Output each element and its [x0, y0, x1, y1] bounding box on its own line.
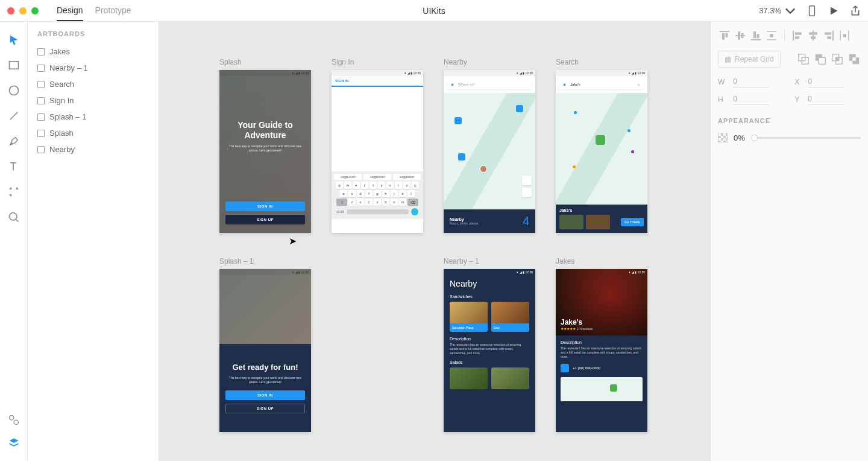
line-tool[interactable] — [8, 110, 20, 122]
play-icon[interactable] — [828, 5, 839, 16]
layers-icon[interactable] — [8, 437, 20, 449]
pin-icon: ◉ — [451, 82, 456, 87]
device-preview-icon[interactable] — [807, 5, 817, 16]
phone-icon — [561, 364, 569, 372]
svg-point-5 — [9, 213, 17, 221]
height-input[interactable] — [733, 94, 769, 105]
mini-map — [561, 377, 643, 401]
artboard-label: Jakes — [556, 257, 647, 265]
rectangle-tool[interactable] — [8, 59, 20, 71]
artboard-icon — [37, 48, 45, 56]
artboard-icon — [37, 65, 45, 72]
svg-line-6 — [16, 220, 18, 222]
distribute-h-icon[interactable] — [838, 29, 851, 42]
result-thumbnail — [586, 215, 610, 229]
svg-rect-29 — [827, 36, 831, 39]
svg-rect-36 — [819, 57, 825, 64]
layer-item[interactable]: Splash – 1 — [37, 109, 149, 125]
select-tool[interactable] — [8, 34, 20, 46]
artboard-tool[interactable] — [8, 186, 20, 198]
align-top-icon[interactable] — [718, 29, 731, 42]
exclude-icon[interactable] — [848, 52, 861, 66]
card-title: Sandwich Place — [450, 323, 488, 332]
artboard-icon — [37, 97, 45, 104]
x-input[interactable] — [808, 76, 844, 87]
artboard-splash[interactable]: Splash ▾ ◢ ▮ 12:30 Your Guide to Adventu… — [219, 58, 311, 233]
search-bar: ◉ Jake's × — [559, 80, 644, 89]
search-placeholder: Where to? — [458, 83, 475, 86]
chevron-down-icon — [785, 5, 796, 16]
svg-point-2 — [9, 86, 18, 95]
svg-rect-39 — [835, 57, 839, 61]
tool-sidebar: T — [0, 22, 28, 461]
width-input[interactable] — [733, 76, 769, 87]
app-topbar: Design Prototype UIKits 37.3% — [0, 0, 868, 22]
union-icon[interactable] — [797, 52, 810, 66]
result-title: Jake's — [559, 208, 644, 212]
align-bottom-icon[interactable] — [749, 29, 763, 42]
mode-tabs: Design Prototype — [57, 1, 131, 21]
zoom-tool[interactable] — [8, 211, 20, 223]
layer-item[interactable]: Nearby — [37, 141, 149, 157]
text-tool[interactable]: T — [8, 161, 20, 173]
artboard-icon — [37, 130, 45, 137]
layer-label: Nearby — [49, 145, 75, 154]
section-heading: Salads — [450, 360, 529, 364]
svg-rect-28 — [825, 33, 831, 35]
align-hcenter-icon[interactable] — [807, 29, 820, 42]
minimize-window-button[interactable] — [19, 7, 27, 14]
artboard-nearby-1[interactable]: Nearby – 1 ▾ ◢ ▮ 12:30 Nearby Sandwiches… — [444, 257, 535, 432]
canvas[interactable]: Splash ▾ ◢ ▮ 12:30 Your Guide to Adventu… — [159, 22, 710, 461]
grid-icon: ▦ — [725, 55, 731, 63]
artboard-signin[interactable]: Sign In ▾ ◢ ▮ 12:30 SIGN IN suggestion s… — [332, 58, 423, 233]
artboard-label: Splash – 1 — [219, 257, 311, 265]
zoom-control[interactable]: 37.3% — [759, 5, 796, 16]
repeat-grid-label: Repeat Grid — [735, 55, 774, 63]
distribute-v-icon[interactable] — [765, 29, 778, 42]
artboard-icon — [37, 113, 45, 121]
ellipse-tool[interactable] — [8, 84, 20, 97]
nearby-count: 4 — [523, 214, 529, 228]
artboard-jakes[interactable]: Jakes ▾ ◢ ▮ 12:30 Jake's ★★★★★ 274 revie… — [556, 257, 647, 432]
share-icon[interactable] — [850, 5, 861, 16]
layer-item[interactable]: Jakes — [37, 43, 149, 60]
artboard-label: Nearby — [444, 58, 535, 66]
artboard-label: Splash — [219, 58, 311, 66]
tab-design[interactable]: Design — [57, 1, 83, 21]
repeat-grid-button[interactable]: ▦ Repeat Grid — [718, 51, 781, 68]
pen-tool[interactable] — [8, 135, 20, 147]
map — [444, 93, 535, 209]
svg-rect-22 — [795, 33, 802, 35]
layer-label: Sign In — [49, 96, 74, 105]
layer-item[interactable]: Sign In — [37, 92, 149, 109]
layer-item[interactable]: Nearby – 1 — [37, 60, 149, 76]
layer-item[interactable]: Search — [37, 76, 149, 92]
y-input[interactable] — [808, 94, 844, 105]
tab-prototype[interactable]: Prototype — [95, 1, 131, 21]
svg-line-3 — [10, 112, 17, 120]
signup-button: SIGN UP — [225, 215, 305, 224]
align-left-icon[interactable] — [791, 29, 804, 42]
align-vcenter-icon[interactable] — [734, 29, 747, 42]
svg-rect-32 — [843, 34, 846, 37]
phone-number: +1 (00) 000-0000 — [573, 366, 600, 370]
clear-icon: × — [637, 82, 640, 87]
close-window-button[interactable] — [7, 7, 14, 14]
layer-label: Nearby – 1 — [49, 63, 88, 72]
artboard-nearby[interactable]: Nearby ▾ ◢ ▮ 12:30 ◉ Where to? — [444, 58, 535, 233]
layer-item[interactable]: Splash — [37, 125, 149, 141]
assets-icon[interactable] — [8, 414, 20, 426]
layers-panel: ARTBOARDS Jakes Nearby – 1 Search Sign I… — [28, 22, 159, 461]
inspector-panel: ▦ Repeat Grid W X H Y APPEARANCE 0% — [710, 22, 868, 461]
artboard-splash-1[interactable]: Splash – 1 ▾ ◢ ▮ 12:30 Get ready for fun… — [219, 257, 311, 432]
align-right-icon[interactable] — [822, 29, 835, 42]
opacity-slider[interactable] — [751, 137, 861, 139]
layer-label: Jakes — [49, 47, 70, 56]
intersect-icon[interactable] — [831, 52, 844, 66]
opacity-value: 0% — [734, 133, 745, 142]
nearby-title: Nearby — [450, 217, 478, 221]
subtract-icon[interactable] — [814, 52, 827, 66]
star-rating: ★★★★★ — [561, 327, 576, 331]
artboard-search[interactable]: Search ▾ ◢ ▮ 12:30 ◉ Jake's × — [556, 58, 647, 233]
maximize-window-button[interactable] — [31, 7, 39, 14]
